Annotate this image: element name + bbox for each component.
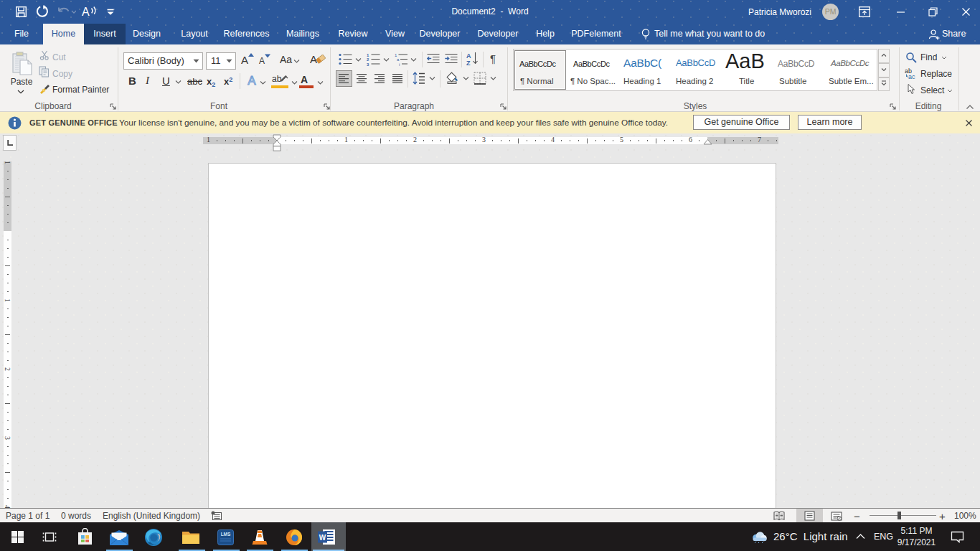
svg-text:ac: ac [908, 73, 915, 80]
svg-text:W: W [319, 534, 326, 542]
svg-text:1: 1 [367, 53, 369, 57]
svg-text:a: a [397, 57, 400, 62]
svg-text:A: A [466, 52, 471, 60]
svg-text:1: 1 [395, 53, 397, 57]
svg-text:2: 2 [367, 57, 369, 62]
svg-text:A: A [248, 74, 256, 88]
svg-text:Z: Z [466, 60, 471, 66]
svg-text:LMS: LMS [221, 532, 231, 537]
svg-text:3: 3 [367, 62, 369, 67]
svg-text:i: i [399, 62, 400, 67]
